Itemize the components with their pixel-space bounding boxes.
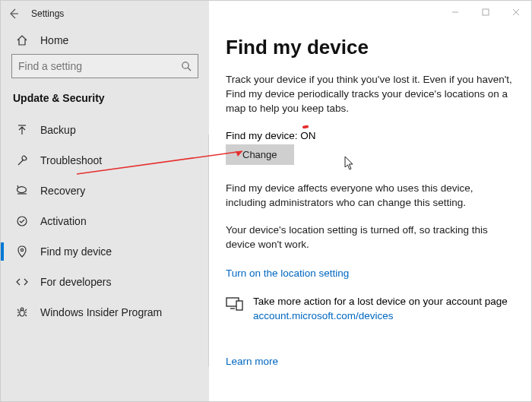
maximize-button[interactable] xyxy=(470,1,501,24)
devices-icon xyxy=(226,296,245,311)
svg-rect-5 xyxy=(483,9,489,15)
wrench-icon xyxy=(14,154,30,166)
home-icon xyxy=(14,34,30,46)
sidebar: Settings Home Update & Security Backu xyxy=(1,1,209,401)
recovery-icon xyxy=(14,185,30,197)
nav-label: Recovery xyxy=(40,185,85,197)
body-text-1: Find my device affects everyone who uses… xyxy=(226,182,513,210)
window-controls xyxy=(440,1,531,24)
nav-developers[interactable]: For developers xyxy=(1,267,209,297)
backup-icon xyxy=(14,124,30,136)
window-title: Settings xyxy=(31,8,64,19)
change-button[interactable]: Change xyxy=(226,144,294,165)
svg-rect-7 xyxy=(236,301,242,310)
svg-point-2 xyxy=(21,248,23,251)
nav-recovery[interactable]: Recovery xyxy=(1,176,209,206)
nav-list: Backup Troubleshoot Recovery Activation xyxy=(1,115,209,328)
home-label: Home xyxy=(40,34,68,46)
svg-point-0 xyxy=(182,62,188,68)
nav-activation[interactable]: Activation xyxy=(1,206,209,236)
content: Find my device Track your device if you … xyxy=(209,1,531,368)
page-desc: Track your device if you think you've lo… xyxy=(226,73,513,116)
close-button[interactable] xyxy=(501,1,531,24)
turn-on-location-link[interactable]: Turn on the location setting xyxy=(226,267,349,279)
nav-backup[interactable]: Backup xyxy=(1,115,209,145)
back-button[interactable] xyxy=(1,1,27,27)
learn-more-link[interactable]: Learn more xyxy=(226,356,278,367)
page-title: Find my device xyxy=(226,36,513,59)
nav-label: Troubleshoot xyxy=(40,154,102,166)
titlebar: Settings xyxy=(1,1,209,27)
bug-icon xyxy=(14,306,30,318)
action-row: Take more action for a lost device on yo… xyxy=(226,295,513,324)
action-text: Take more action for a lost device on yo… xyxy=(253,296,508,307)
nav-label: For developers xyxy=(40,276,111,288)
nav-label: Windows Insider Program xyxy=(40,306,162,318)
nav-label: Activation xyxy=(40,215,87,227)
nav-label: Backup xyxy=(40,124,76,136)
main: Find my device Track your device if you … xyxy=(209,1,531,401)
search-wrap xyxy=(1,54,209,87)
status-line: Find my device: ON xyxy=(226,130,513,141)
sidebar-category: Update & Security xyxy=(1,87,209,115)
code-icon xyxy=(14,276,30,288)
check-circle-icon xyxy=(14,215,30,227)
svg-point-4 xyxy=(21,308,24,311)
body-text-2: Your device's location setting is turned… xyxy=(226,223,513,252)
search-box[interactable] xyxy=(11,54,198,78)
settings-window: Settings Home Update & Security Backu xyxy=(0,0,532,402)
home-nav[interactable]: Home xyxy=(1,27,209,54)
minimize-button[interactable] xyxy=(440,1,470,24)
nav-find-my-device[interactable]: Find my device xyxy=(1,236,209,267)
search-input[interactable] xyxy=(18,60,181,72)
account-devices-link[interactable]: account.microsoft.com/devices xyxy=(253,310,394,321)
nav-insider[interactable]: Windows Insider Program xyxy=(1,297,209,328)
svg-point-1 xyxy=(17,217,27,226)
location-icon xyxy=(14,245,30,258)
nav-label: Find my device xyxy=(40,245,112,258)
nav-troubleshoot[interactable]: Troubleshoot xyxy=(1,145,209,176)
search-icon xyxy=(181,61,192,71)
